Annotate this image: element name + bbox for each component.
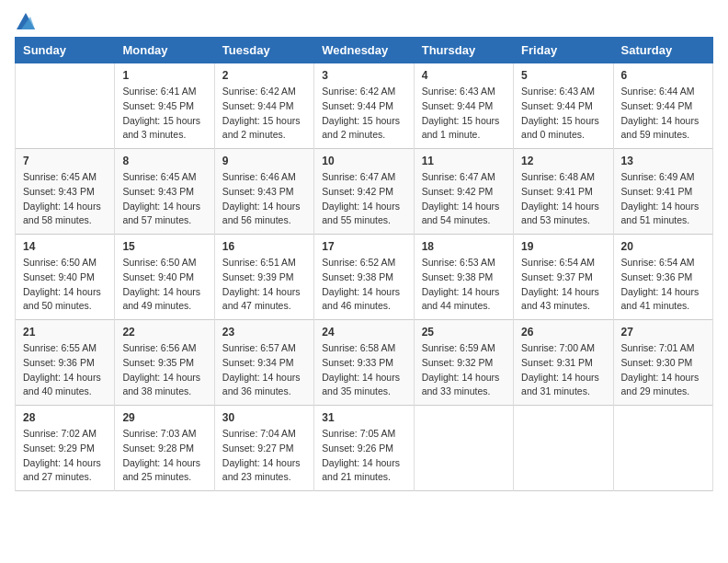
day-info: Sunrise: 6:55 AM Sunset: 9:36 PM Dayligh… — [23, 341, 107, 399]
sunrise: Sunrise: 6:59 AM — [422, 342, 495, 353]
calendar-cell: 23 Sunrise: 6:57 AM Sunset: 9:34 PM Dayl… — [214, 320, 313, 406]
calendar-week-row: 28 Sunrise: 7:02 AM Sunset: 9:29 PM Dayl… — [16, 406, 713, 491]
daylight: Daylight: 14 hours and 49 minutes. — [122, 286, 200, 312]
day-number: 27 — [621, 326, 705, 339]
weekday-header: Saturday — [613, 38, 712, 63]
daylight: Daylight: 14 hours and 23 minutes. — [222, 457, 301, 483]
sunset: Sunset: 9:38 PM — [422, 271, 494, 282]
calendar-cell: 9 Sunrise: 6:46 AM Sunset: 9:43 PM Dayli… — [214, 149, 313, 235]
calendar-cell: 17 Sunrise: 6:52 AM Sunset: 9:38 PM Dayl… — [314, 235, 414, 320]
daylight: Daylight: 14 hours and 59 minutes. — [621, 115, 700, 141]
calendar-week-row: 14 Sunrise: 6:50 AM Sunset: 9:40 PM Dayl… — [16, 235, 713, 320]
calendar-body: 1 Sunrise: 6:41 AM Sunset: 9:45 PM Dayli… — [16, 63, 713, 491]
daylight: Daylight: 14 hours and 55 minutes. — [322, 201, 400, 226]
day-number: 21 — [23, 326, 107, 339]
day-info: Sunrise: 6:52 AM Sunset: 9:38 PM Dayligh… — [322, 256, 405, 314]
sunset: Sunset: 9:43 PM — [222, 186, 294, 197]
sunrise: Sunrise: 6:43 AM — [422, 86, 495, 97]
calendar-cell: 21 Sunrise: 6:55 AM Sunset: 9:36 PM Dayl… — [16, 320, 115, 406]
calendar-cell: 20 Sunrise: 6:54 AM Sunset: 9:36 PM Dayl… — [613, 235, 712, 320]
sunset: Sunset: 9:39 PM — [222, 271, 294, 282]
sunset: Sunset: 9:44 PM — [621, 100, 693, 111]
sunrise: Sunrise: 6:53 AM — [422, 257, 495, 268]
day-number: 30 — [222, 411, 306, 424]
day-info: Sunrise: 6:58 AM Sunset: 9:33 PM Dayligh… — [322, 341, 405, 399]
day-info: Sunrise: 7:05 AM Sunset: 9:26 PM Dayligh… — [322, 427, 405, 485]
calendar-cell: 6 Sunrise: 6:44 AM Sunset: 9:44 PM Dayli… — [613, 63, 712, 149]
sunrise: Sunrise: 6:49 AM — [621, 171, 695, 182]
sunset: Sunset: 9:37 PM — [521, 271, 593, 282]
day-info: Sunrise: 6:43 AM Sunset: 9:44 PM Dayligh… — [521, 85, 605, 143]
calendar-cell: 11 Sunrise: 6:47 AM Sunset: 9:42 PM Dayl… — [414, 149, 513, 235]
day-info: Sunrise: 6:54 AM Sunset: 9:37 PM Dayligh… — [521, 256, 605, 314]
logo-icon — [17, 13, 35, 29]
daylight: Daylight: 14 hours and 25 minutes. — [122, 457, 200, 483]
day-info: Sunrise: 7:02 AM Sunset: 9:29 PM Dayligh… — [23, 427, 107, 485]
sunset: Sunset: 9:44 PM — [422, 100, 494, 111]
calendar-cell: 31 Sunrise: 7:05 AM Sunset: 9:26 PM Dayl… — [314, 406, 414, 491]
sunset: Sunset: 9:42 PM — [422, 186, 494, 197]
sunrise: Sunrise: 6:55 AM — [23, 342, 97, 353]
sunset: Sunset: 9:43 PM — [23, 186, 95, 197]
day-number: 6 — [621, 69, 705, 82]
day-info: Sunrise: 6:42 AM Sunset: 9:44 PM Dayligh… — [222, 85, 306, 143]
daylight: Daylight: 14 hours and 44 minutes. — [422, 286, 500, 312]
day-info: Sunrise: 6:47 AM Sunset: 9:42 PM Dayligh… — [422, 170, 506, 228]
daylight: Daylight: 15 hours and 0 minutes. — [521, 115, 599, 141]
calendar-cell: 28 Sunrise: 7:02 AM Sunset: 9:29 PM Dayl… — [16, 406, 115, 491]
day-info: Sunrise: 7:00 AM Sunset: 9:31 PM Dayligh… — [521, 341, 605, 399]
day-number: 16 — [222, 240, 306, 253]
day-info: Sunrise: 6:50 AM Sunset: 9:40 PM Dayligh… — [23, 256, 107, 314]
calendar-cell: 14 Sunrise: 6:50 AM Sunset: 9:40 PM Dayl… — [16, 235, 115, 320]
daylight: Daylight: 14 hours and 47 minutes. — [222, 286, 301, 312]
calendar-cell — [16, 63, 115, 149]
daylight: Daylight: 15 hours and 3 minutes. — [122, 115, 200, 141]
day-info: Sunrise: 6:57 AM Sunset: 9:34 PM Dayligh… — [222, 341, 306, 399]
calendar-cell: 25 Sunrise: 6:59 AM Sunset: 9:32 PM Dayl… — [414, 320, 513, 406]
day-number: 11 — [422, 155, 506, 167]
daylight: Daylight: 14 hours and 21 minutes. — [322, 457, 400, 483]
day-info: Sunrise: 6:51 AM Sunset: 9:39 PM Dayligh… — [222, 256, 306, 314]
sunrise: Sunrise: 6:47 AM — [422, 171, 495, 182]
calendar-cell: 15 Sunrise: 6:50 AM Sunset: 9:40 PM Dayl… — [115, 235, 214, 320]
calendar-cell: 27 Sunrise: 7:01 AM Sunset: 9:30 PM Dayl… — [613, 320, 712, 406]
daylight: Daylight: 14 hours and 40 minutes. — [23, 372, 101, 397]
daylight: Daylight: 14 hours and 33 minutes. — [422, 372, 500, 397]
daylight: Daylight: 14 hours and 53 minutes. — [521, 201, 599, 226]
sunrise: Sunrise: 7:04 AM — [222, 428, 296, 439]
day-number: 2 — [222, 69, 306, 82]
sunset: Sunset: 9:26 PM — [322, 442, 393, 454]
calendar-cell — [414, 406, 513, 491]
sunset: Sunset: 9:28 PM — [122, 442, 194, 454]
sunset: Sunset: 9:32 PM — [422, 357, 494, 368]
weekday-header: Monday — [115, 38, 214, 63]
daylight: Daylight: 14 hours and 27 minutes. — [23, 457, 101, 483]
calendar-week-row: 21 Sunrise: 6:55 AM Sunset: 9:36 PM Dayl… — [16, 320, 713, 406]
day-number: 25 — [422, 326, 506, 339]
calendar-header: SundayMondayTuesdayWednesdayThursdayFrid… — [16, 38, 713, 63]
sunrise: Sunrise: 6:50 AM — [122, 257, 196, 268]
calendar-week-row: 7 Sunrise: 6:45 AM Sunset: 9:43 PM Dayli… — [16, 149, 713, 235]
calendar-cell: 5 Sunrise: 6:43 AM Sunset: 9:44 PM Dayli… — [514, 63, 613, 149]
day-number: 5 — [521, 69, 605, 82]
sunset: Sunset: 9:38 PM — [322, 271, 393, 282]
sunrise: Sunrise: 7:00 AM — [521, 342, 595, 353]
sunset: Sunset: 9:44 PM — [222, 100, 294, 111]
day-number: 12 — [521, 155, 605, 167]
calendar-cell: 24 Sunrise: 6:58 AM Sunset: 9:33 PM Dayl… — [314, 320, 414, 406]
sunset: Sunset: 9:40 PM — [122, 271, 194, 282]
sunrise: Sunrise: 6:42 AM — [322, 86, 395, 97]
logo — [15, 15, 35, 29]
sunset: Sunset: 9:29 PM — [23, 442, 95, 454]
day-info: Sunrise: 7:03 AM Sunset: 9:28 PM Dayligh… — [122, 427, 206, 485]
sunset: Sunset: 9:36 PM — [23, 357, 95, 368]
weekday-header: Thursday — [414, 38, 513, 63]
day-info: Sunrise: 6:53 AM Sunset: 9:38 PM Dayligh… — [422, 256, 506, 314]
day-info: Sunrise: 6:41 AM Sunset: 9:45 PM Dayligh… — [122, 85, 206, 143]
sunset: Sunset: 9:43 PM — [122, 186, 194, 197]
sunrise: Sunrise: 6:45 AM — [122, 171, 196, 182]
calendar-cell: 2 Sunrise: 6:42 AM Sunset: 9:44 PM Dayli… — [214, 63, 313, 149]
weekday-header: Friday — [514, 38, 613, 63]
weekday-header: Sunday — [16, 38, 115, 63]
day-number: 15 — [122, 240, 206, 253]
